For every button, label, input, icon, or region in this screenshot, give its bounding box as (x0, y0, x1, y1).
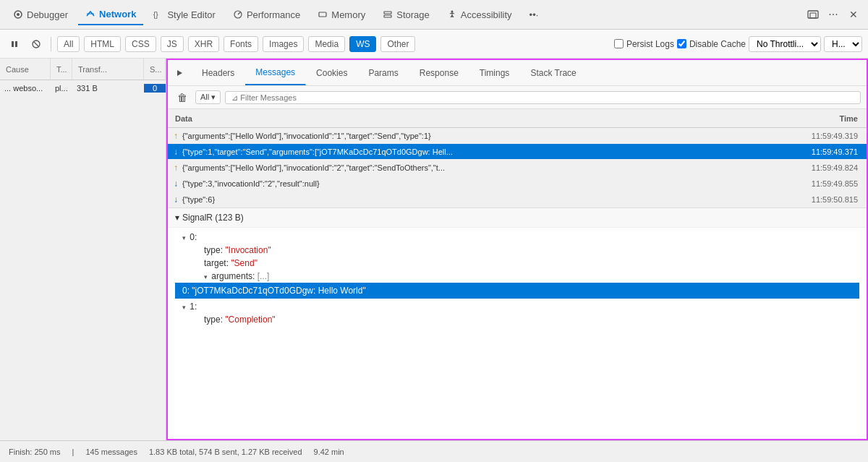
all-messages-button[interactable]: All ▾ (195, 90, 221, 104)
filter-js[interactable]: JS (161, 36, 184, 52)
delete-messages-button[interactable]: 🗑 (174, 89, 191, 106)
toolbar-debugger[interactable]: Debugger (6, 5, 75, 25)
message-time-selected: 11:59:49.371 (780, 147, 867, 156)
disable-cache-checkbox[interactable] (677, 39, 686, 48)
type-key: type: (204, 245, 225, 255)
tab-timings[interactable]: Timings (469, 60, 521, 85)
message-time: 11:59:49.319 (780, 132, 867, 140)
tab-stack-trace[interactable]: Stack Trace (520, 60, 587, 85)
tab-play[interactable] (168, 60, 192, 85)
svg-rect-11 (810, 13, 816, 18)
signalr-toggle-icon: ▾ (175, 213, 179, 223)
svg-rect-8 (384, 15, 391, 17)
tab-messages[interactable]: Messages (245, 60, 306, 85)
filter-media[interactable]: Media (308, 36, 345, 52)
clear-button[interactable] (27, 35, 45, 53)
message-row[interactable]: ↑ {"arguments":["Hello World"],"invocati… (168, 128, 867, 144)
filter-all[interactable]: All (57, 36, 80, 52)
tab-headers[interactable]: Headers (192, 60, 245, 85)
arrow-up-icon: ↑ (174, 131, 178, 141)
filter-xhr[interactable]: XHR (188, 36, 219, 52)
tab-response[interactable]: Response (409, 60, 469, 85)
message-data: ↓ {"type":6} (168, 194, 780, 205)
toolbar-storage[interactable]: Storage (375, 5, 437, 25)
messages-toolbar: 🗑 All ▾ (168, 86, 867, 109)
svg-rect-13 (15, 41, 17, 47)
status-time: 9.42 min (314, 448, 344, 456)
arguments-key: arguments: (211, 271, 257, 281)
left-panel: Cause T... Transf... S... ... webso... p… (0, 59, 166, 440)
debugger-icon (13, 9, 23, 20)
svg-point-1 (17, 13, 20, 16)
filter-images[interactable]: Images (263, 36, 304, 52)
tab-cookies[interactable]: Cookies (306, 60, 358, 85)
tree-key-1: 1: (190, 301, 197, 312)
tri-icon: ▾ (204, 273, 208, 281)
message-data: ↑ {"arguments":["Hello World"],"invocati… (168, 131, 780, 141)
toolbar-style-editor[interactable]: {} Style Editor (146, 5, 222, 25)
tree-leaf-type-2: type: "Completion" (175, 313, 859, 326)
style-editor-icon: {} (153, 9, 163, 20)
tree-selected-row[interactable]: 0: "jOT7MKaDcDc71qOTd0GDgw: Hello World" (175, 283, 859, 299)
tab-params[interactable]: Params (358, 60, 409, 85)
message-row[interactable]: ↓ {"type":3,"invocationId":"2","result":… (168, 176, 867, 192)
signalr-header[interactable]: ▾ SignalR (123 B) (168, 208, 867, 228)
disable-cache-label: Disable Cache (689, 39, 746, 49)
selected-content: 0: "jOT7MKaDcDc71qOTd0GDgw: Hello World" (182, 286, 366, 296)
arrow-down-icon: ↓ (174, 179, 178, 189)
filter-other[interactable]: Other (380, 36, 415, 52)
toolbar-network[interactable]: Network (78, 4, 143, 25)
svg-rect-7 (384, 12, 391, 14)
tree-node-0[interactable]: ▾ 0: (175, 231, 859, 244)
close-button[interactable]: ✕ (845, 6, 862, 23)
persist-logs-label: Persist Logs (626, 39, 674, 49)
filter-html[interactable]: HTML (84, 36, 121, 52)
tree-leaf-target: target: "Send" (175, 257, 859, 270)
throttle-select[interactable]: No Throttli... (749, 36, 821, 52)
tree-leaf-type: type: "Invocation" (175, 244, 859, 257)
message-data: ↓ {"type":3,"invocationId":"2","result":… (168, 179, 780, 189)
svg-rect-4 (319, 12, 326, 17)
message-row[interactable]: ↓ {"type":6} 11:59:50.815 (168, 192, 867, 208)
messages-table-header: Data Time (168, 109, 867, 128)
status-bar: Finish: 250 ms | 145 messages 1.83 KB to… (0, 440, 868, 462)
filter-css[interactable]: CSS (125, 36, 156, 52)
toolbar-performance[interactable]: Performance (226, 5, 307, 25)
toolbar-memory[interactable]: Memory (310, 5, 373, 25)
responsive-button[interactable] (804, 6, 822, 23)
tree-key: 0: (190, 232, 197, 242)
header-status: S... (144, 59, 166, 80)
detail-tree: ▾ 0: type: "Invocation" target: "Send" (168, 228, 867, 329)
tree-node-1[interactable]: ▾ 1: (175, 300, 859, 313)
right-panel: Headers Messages Cookies Params Response… (166, 59, 868, 440)
pause-button[interactable] (6, 35, 23, 53)
network-icon (85, 9, 95, 19)
accessibility-icon (447, 9, 457, 20)
toolbar-more[interactable]: ••· (522, 5, 546, 25)
filter-bar: All HTML CSS JS XHR Fonts Images Media W… (0, 30, 868, 59)
play-icon (175, 69, 184, 77)
toolbar-accessibility[interactable]: Accessibility (440, 5, 519, 25)
tree-node-arguments[interactable]: ▾ arguments: [...] (175, 270, 859, 283)
persist-logs-checkbox[interactable] (614, 39, 624, 48)
tri-icon: ▾ (182, 304, 186, 311)
message-row[interactable]: ↑ {"arguments":["Hello World"],"invocati… (168, 160, 867, 176)
filter-ws[interactable]: WS (349, 36, 376, 52)
message-row-selected[interactable]: ↓ {"type":1,"target":"Send","arguments":… (168, 144, 867, 160)
messages-filter-input[interactable] (225, 91, 861, 104)
network-list-header: Cause T... Transf... S... (0, 59, 166, 80)
target-value: "Send" (231, 258, 258, 268)
filter-fonts[interactable]: Fonts (224, 36, 258, 52)
message-time: 11:59:49.824 (780, 163, 867, 172)
messages-content: Data Time ↑ {"arguments":["Hello World"]… (168, 109, 867, 439)
message-data: ↑ {"arguments":["Hello World"],"invocati… (168, 163, 780, 173)
message-data-selected: ↓ {"type":1,"target":"Send","arguments":… (168, 147, 780, 157)
svg-marker-16 (177, 70, 182, 76)
signalr-label: SignalR (123 B) (182, 213, 244, 223)
status-messages: 145 messages (85, 448, 137, 456)
tri-icon: ▾ (182, 234, 186, 241)
row-cause: ... webso... (0, 84, 51, 93)
options-button[interactable]: ··· (825, 6, 842, 23)
network-row[interactable]: ... webso... pl... 331 B 0 (0, 80, 166, 96)
har-select[interactable]: H... (824, 36, 862, 52)
